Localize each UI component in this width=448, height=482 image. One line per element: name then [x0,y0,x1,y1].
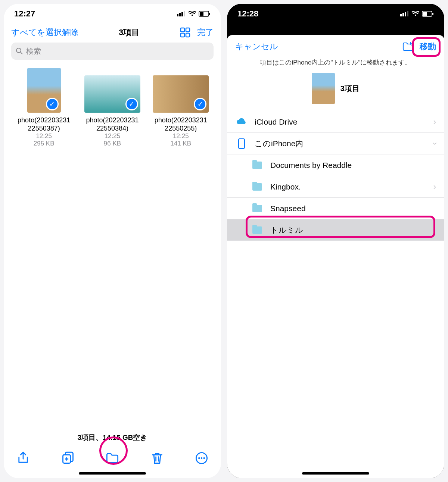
svg-rect-26 [432,13,433,15]
svg-rect-3 [184,11,185,16]
home-indicator[interactable] [79,472,146,475]
hero: 3項目 [227,71,444,111]
duplicate-icon[interactable] [61,451,75,465]
move-sheet: キャンセル 移動 項目はこのiPhone内上の"トルミル"に移動されます。 3項… [227,35,444,478]
status-bar: 12:27 [4,4,221,24]
wifi-icon [411,11,420,17]
svg-point-4 [192,15,193,16]
hero-count: 3項目 [340,84,359,94]
svg-rect-28 [239,139,245,148]
file-name: photo(20220323122550255) [148,116,214,132]
svg-rect-11 [186,33,190,37]
battery-icon [422,11,434,17]
cellular-icon [177,11,186,16]
row-on-my-iphone[interactable]: このiPhone内 › [227,132,444,154]
more-icon[interactable] [195,451,208,465]
svg-point-23 [415,15,416,16]
chevron-down-icon: › [430,142,439,145]
move-hint: 項目はこのiPhone内上の"トルミル"に移動されます。 [227,54,444,71]
selected-check-icon: ✓ [194,98,206,110]
status-icons [177,11,211,17]
svg-point-17 [201,457,203,459]
row-label: iCloud Drive [255,118,433,126]
status-time: 12:28 [237,9,258,19]
row-label: このiPhone内 [255,138,433,149]
row-label: Kingbox. [270,182,433,191]
file-size: 141 KB [148,140,214,147]
iphone-icon [235,138,248,149]
grid-view-icon[interactable] [180,27,190,38]
file-thumbnail: ✓ [153,75,209,113]
chevron-right-icon: › [433,117,436,127]
selected-check-icon: ✓ [46,98,59,110]
svg-rect-10 [181,33,184,37]
sheet-nav: キャンセル 移動 [227,35,444,54]
file-item[interactable]: ✓ photo(20220323122550384) 12:25 96 KB [80,68,145,147]
svg-rect-8 [181,28,184,32]
nav-bar: すべてを選択解除 3項目 完了 [4,24,221,41]
row-kingbox[interactable]: Kingbox. › [227,176,444,197]
file-grid: ✓ photo(20220323122550387) 12:25 295 KB … [4,63,221,152]
highlight-torumiru-row [246,216,435,238]
wifi-icon [188,11,196,17]
phone-right: 12:28 キャンセル 移動 項目はこのiPhone内上の"トルミル"に移動され… [227,4,444,478]
file-name: photo(20220323122550384) [80,116,145,132]
folder-icon [251,183,264,191]
svg-rect-2 [181,12,183,16]
svg-rect-0 [177,14,178,16]
file-name: photo(20220323122550387) [11,116,77,132]
battery-icon [199,11,211,17]
svg-rect-21 [405,12,406,16]
cellular-icon [400,11,409,16]
svg-point-12 [16,48,21,53]
highlight-move-button [412,37,441,57]
row-documents-readdle[interactable]: Documents by Readdle [227,154,444,176]
share-icon[interactable] [16,451,30,465]
svg-rect-1 [179,13,181,16]
svg-rect-20 [402,13,404,16]
status-icons [400,11,434,17]
file-item[interactable]: ✓ photo(20220323122550387) 12:25 295 KB [11,68,77,147]
search-field[interactable]: 検索 [11,43,214,60]
svg-rect-6 [200,12,203,16]
row-icloud-drive[interactable]: iCloud Drive › [227,111,444,132]
svg-point-18 [203,457,205,459]
file-size: 96 KB [80,140,145,147]
file-time: 12:25 [148,132,214,140]
selected-check-icon: ✓ [125,98,138,110]
status-time: 12:27 [14,9,35,19]
icloud-icon [235,118,248,126]
highlight-folder-button [99,436,128,465]
folder-icon [251,205,264,212]
nav-title: 3項目 [119,27,140,38]
file-size: 295 KB [11,140,77,147]
cancel-button[interactable]: キャンセル [235,41,278,52]
deselect-all-button[interactable]: すべてを選択解除 [11,27,78,38]
trash-icon[interactable] [150,451,164,465]
search-placeholder: 検索 [26,46,41,56]
file-time: 12:25 [80,132,145,140]
folder-icon [251,162,264,169]
file-time: 12:25 [11,132,77,140]
hero-thumbnail [312,73,335,104]
svg-rect-22 [407,11,408,16]
phone-left: 12:27 すべてを選択解除 3項目 完了 検索 ✓ photo(2022032… [4,4,221,478]
home-indicator[interactable] [302,472,369,475]
svg-line-13 [21,52,22,54]
status-bar: 12:28 [227,4,444,24]
file-item[interactable]: ✓ photo(20220323122550255) 12:25 141 KB [148,68,214,147]
row-label: Snapseed [270,204,436,213]
search-icon [16,47,23,55]
done-button[interactable]: 完了 [197,27,214,38]
svg-point-16 [198,457,200,459]
svg-rect-7 [209,13,210,15]
svg-rect-19 [400,14,402,16]
file-thumbnail: ✓ [84,75,140,113]
row-label: Documents by Readdle [270,161,436,170]
chevron-right-icon: › [433,182,436,192]
svg-rect-25 [423,12,427,16]
file-thumbnail: ✓ [27,68,61,113]
svg-rect-9 [186,28,190,32]
